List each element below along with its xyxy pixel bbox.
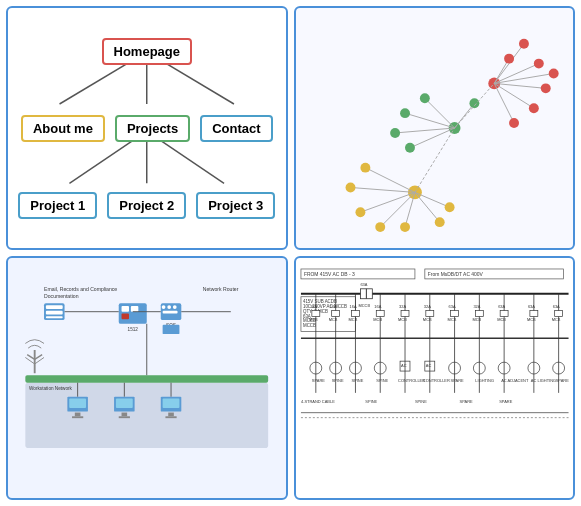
svg-line-11 bbox=[494, 83, 546, 88]
svg-text:LIGHTING: LIGHTING bbox=[475, 378, 494, 383]
svg-text:SPARE: SPARE bbox=[499, 399, 512, 404]
svg-rect-82 bbox=[122, 413, 128, 417]
svg-point-47 bbox=[444, 202, 454, 212]
svg-rect-68 bbox=[46, 311, 63, 315]
svg-point-39 bbox=[355, 207, 365, 217]
svg-point-29 bbox=[405, 143, 415, 153]
svg-text:Network Router: Network Router bbox=[203, 286, 239, 292]
svg-text:AC: AC bbox=[425, 363, 431, 368]
svg-line-7 bbox=[494, 44, 524, 84]
svg-point-8 bbox=[518, 39, 528, 49]
schematic-panel: FROM 415V AC DB - 3 From MsDB/DT AC 400V… bbox=[294, 256, 576, 500]
netgraph-panel bbox=[294, 6, 576, 250]
svg-text:FROM 415V AC DB - 3: FROM 415V AC DB - 3 bbox=[303, 272, 354, 277]
svg-rect-49 bbox=[25, 383, 268, 448]
svg-point-14 bbox=[528, 103, 538, 113]
svg-line-36 bbox=[350, 187, 414, 192]
svg-point-45 bbox=[434, 217, 444, 227]
svg-rect-75 bbox=[25, 375, 268, 382]
svg-rect-65 bbox=[163, 325, 180, 334]
svg-rect-81 bbox=[116, 399, 133, 408]
svg-text:SPARE: SPARE bbox=[311, 378, 324, 383]
svg-text:MCB: MCB bbox=[526, 317, 535, 322]
svg-text:32A: 32A bbox=[423, 304, 430, 309]
svg-text:SPINE: SPINE bbox=[331, 378, 343, 383]
svg-line-46 bbox=[414, 192, 449, 207]
svg-line-9 bbox=[494, 64, 539, 84]
svg-point-18 bbox=[504, 54, 514, 64]
svg-point-62 bbox=[173, 305, 177, 309]
svg-text:AC LIGHTING: AC LIGHTING bbox=[530, 378, 555, 383]
svg-text:MCCB: MCCB bbox=[358, 303, 370, 308]
svg-text:SPARE: SPARE bbox=[459, 399, 472, 404]
svg-point-25 bbox=[400, 108, 410, 118]
svg-rect-69 bbox=[46, 316, 63, 318]
svg-text:MCB: MCB bbox=[373, 317, 382, 322]
svg-text:SPINE: SPINE bbox=[365, 399, 377, 404]
svg-text:16A: 16A bbox=[374, 304, 381, 309]
svg-text:10A: 10A bbox=[309, 304, 316, 309]
svg-text:SPINE: SPINE bbox=[351, 378, 363, 383]
main-grid: Homepage About me Projects Contact Proje… bbox=[0, 0, 581, 506]
svg-rect-86 bbox=[168, 413, 174, 417]
svg-rect-57 bbox=[131, 314, 138, 320]
svg-text:63A: 63A bbox=[527, 304, 534, 309]
homepage-node: Homepage bbox=[102, 38, 192, 65]
svg-point-10 bbox=[533, 59, 543, 69]
svg-line-71 bbox=[27, 355, 34, 360]
svg-text:63A: 63A bbox=[448, 304, 455, 309]
svg-text:32A: 32A bbox=[473, 304, 480, 309]
svg-rect-87 bbox=[165, 416, 176, 418]
svg-rect-85 bbox=[163, 399, 180, 408]
svg-point-43 bbox=[400, 222, 410, 232]
svg-point-27 bbox=[390, 128, 400, 138]
svg-point-12 bbox=[540, 83, 550, 93]
svg-text:4-STRAND CABLE: 4-STRAND CABLE bbox=[300, 399, 334, 404]
svg-rect-56 bbox=[122, 314, 129, 320]
svg-text:MCB: MCB bbox=[447, 317, 456, 322]
svg-text:CONTROLLER: CONTROLLER bbox=[398, 378, 425, 383]
svg-text:AC ADJACENT: AC ADJACENT bbox=[501, 378, 529, 383]
svg-point-16 bbox=[509, 118, 519, 128]
svg-text:MCB: MCB bbox=[422, 317, 431, 322]
svg-text:32A: 32A bbox=[399, 304, 406, 309]
netdiag-panel: Email, Records and Compliance Documentat… bbox=[6, 256, 288, 500]
svg-text:16A: 16A bbox=[329, 304, 336, 309]
svg-text:MCCB: MCCB bbox=[302, 323, 315, 328]
svg-text:MCB: MCB bbox=[497, 317, 506, 322]
svg-point-37 bbox=[345, 183, 355, 193]
svg-rect-55 bbox=[131, 306, 138, 312]
svg-text:From MsDB/DT AC 400V: From MsDB/DT AC 400V bbox=[427, 272, 483, 277]
sitemap-panel: Homepage About me Projects Contact Proje… bbox=[6, 6, 288, 250]
svg-line-72 bbox=[35, 355, 42, 360]
svg-text:SPARE: SPARE bbox=[450, 378, 463, 383]
svg-text:MCB: MCB bbox=[472, 317, 481, 322]
svg-text:1512: 1512 bbox=[128, 327, 139, 332]
svg-text:SPARE: SPARE bbox=[555, 378, 568, 383]
svg-text:63A: 63A bbox=[552, 304, 559, 309]
projects-node: Projects bbox=[115, 115, 190, 142]
svg-rect-63 bbox=[163, 311, 178, 314]
svg-text:Email, Records and Compliance: Email, Records and Compliance bbox=[44, 286, 117, 292]
svg-point-35 bbox=[360, 163, 370, 173]
svg-rect-83 bbox=[119, 416, 130, 418]
svg-text:MCB: MCB bbox=[551, 317, 560, 322]
svg-line-38 bbox=[360, 192, 415, 212]
project3-node: Project 3 bbox=[196, 192, 275, 219]
svg-text:MCB: MCB bbox=[328, 317, 337, 322]
svg-rect-78 bbox=[75, 413, 81, 417]
svg-text:CONTROLLER: CONTROLLER bbox=[422, 378, 449, 383]
svg-text:MCB: MCB bbox=[308, 317, 317, 322]
svg-text:SPINE: SPINE bbox=[376, 378, 388, 383]
svg-text:16A: 16A bbox=[349, 304, 356, 309]
svg-point-60 bbox=[162, 305, 166, 309]
svg-point-31 bbox=[469, 98, 479, 108]
project2-node: Project 2 bbox=[107, 192, 186, 219]
svg-text:SPINE: SPINE bbox=[414, 399, 426, 404]
svg-point-20 bbox=[548, 69, 558, 79]
svg-text:Workstation Network: Workstation Network bbox=[29, 386, 73, 391]
svg-rect-67 bbox=[46, 305, 63, 309]
svg-text:MCB: MCB bbox=[398, 317, 407, 322]
aboutme-node: About me bbox=[21, 115, 105, 142]
svg-rect-54 bbox=[122, 306, 129, 312]
